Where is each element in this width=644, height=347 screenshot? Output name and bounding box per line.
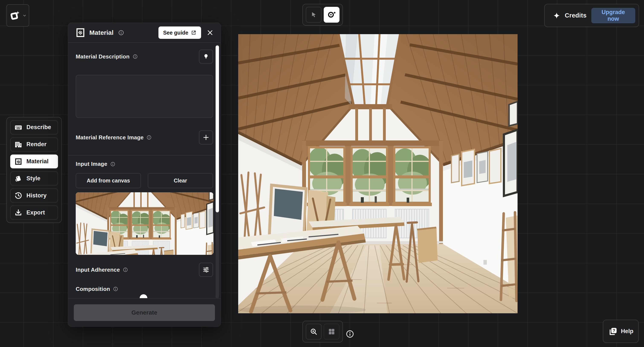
plus-icon [202,134,210,141]
see-guide-button[interactable]: See guide [158,27,201,39]
canvas-info-button[interactable] [346,330,354,338]
info-icon [346,330,354,338]
upgrade-now-button[interactable]: Upgrade now [591,8,635,23]
canvas-zoom-toolbar [302,321,343,342]
studio-photo-illustration [238,34,518,313]
material-description-input[interactable] [76,75,213,118]
sidebar-item-describe[interactable]: Describe [10,120,58,134]
sidebar-item-export[interactable]: Export [10,205,58,220]
description-suggestion-button[interactable] [199,50,213,64]
sidebar-item-label: Style [26,175,40,182]
lightbulb-icon [203,53,209,60]
sidebar-item-label: History [26,192,46,199]
adherence-settings-button[interactable] [199,263,213,277]
building-icon [14,141,22,148]
input-image-thumbnail[interactable] [76,192,214,255]
panel-title: Material [89,29,114,36]
input-image-label: Input Image [76,161,107,167]
material-panel: Material See guide [68,23,221,327]
sliders-icon [202,266,210,273]
section-divider [68,155,221,156]
canvas-image[interactable] [238,34,518,313]
app-logo-cube-sparkle-icon [9,10,20,21]
sidebar-item-label: Describe [26,124,51,131]
sparkle-icon [553,12,560,20]
cursor-tool-button[interactable] [306,7,322,23]
app-window: Credits Upgrade now Describe Render [0,0,644,347]
grid-view-icon [328,328,335,335]
style-card-icon [14,175,22,182]
help-doc-icon: ? [608,327,618,336]
add-reference-image-button[interactable] [199,130,213,144]
tool-sidebar: Describe Render Material [6,117,62,223]
info-icon[interactable] [133,54,138,59]
cursor-icon [310,11,317,18]
material-panel-header: Material See guide [68,23,221,43]
panel-scrollbar-thumb[interactable] [216,46,219,212]
keyboard-icon [14,124,22,131]
close-panel-button[interactable] [206,28,214,37]
material-description-row: Material Description [76,50,213,64]
credits-label: Credits [565,12,587,19]
close-icon [207,29,214,36]
input-image-row: Input Image [76,161,213,167]
see-guide-label: See guide [163,30,188,36]
studio-photo-thumbnail [76,192,214,255]
info-icon[interactable] [123,267,128,272]
svg-text:?: ? [613,328,615,333]
sidebar-item-label: Material [26,158,48,165]
sidebar-item-render[interactable]: Render [10,137,58,152]
external-link-icon [191,30,196,36]
zoom-in-icon [310,328,318,335]
material-reference-label: Material Reference Image [76,134,144,141]
top-toolbar [302,4,343,26]
input-image-actions: Add from canvas Clear [76,173,213,188]
input-adherence-row: Input Adherence [76,263,213,277]
sidebar-item-label: Render [26,141,46,148]
generate-button[interactable]: Generate [74,304,215,321]
hidden-slider-knob[interactable] [140,294,147,298]
panel-footer: Generate [68,298,221,326]
sidebar-item-history[interactable]: History [10,188,58,203]
material-description-label: Material Description [76,53,130,60]
app-logo-button[interactable] [6,4,29,27]
info-icon[interactable] [110,162,115,167]
add-from-canvas-button[interactable]: Add from canvas [76,173,141,188]
grid-view-button[interactable] [324,324,340,339]
history-clock-icon [14,192,22,199]
material-panel-body: Material Description Material Reference … [68,43,221,293]
composition-label: Composition [76,286,110,292]
sidebar-item-style[interactable]: Style [10,171,58,185]
download-icon [14,209,22,216]
sidebar-item-material[interactable]: Material [10,155,58,169]
material-reference-row: Material Reference Image [76,130,213,144]
material-swatch-icon [76,28,85,38]
help-button[interactable]: ? Help [603,320,639,343]
info-icon[interactable] [118,30,124,36]
composition-row: Composition [76,285,213,293]
input-adherence-label: Input Adherence [76,266,120,273]
chevron-down-icon [22,14,27,18]
zoom-in-button[interactable] [306,324,322,339]
target-plus-icon [327,10,336,20]
info-icon[interactable] [113,286,118,291]
region-generate-tool-button[interactable] [324,7,340,23]
help-label: Help [621,328,634,335]
credits-badge[interactable]: Credits Upgrade now [544,4,639,27]
info-icon[interactable] [146,135,152,140]
sidebar-item-label: Export [26,209,45,216]
clear-input-image-button[interactable]: Clear [148,173,213,188]
material-swatch-icon [14,158,22,165]
